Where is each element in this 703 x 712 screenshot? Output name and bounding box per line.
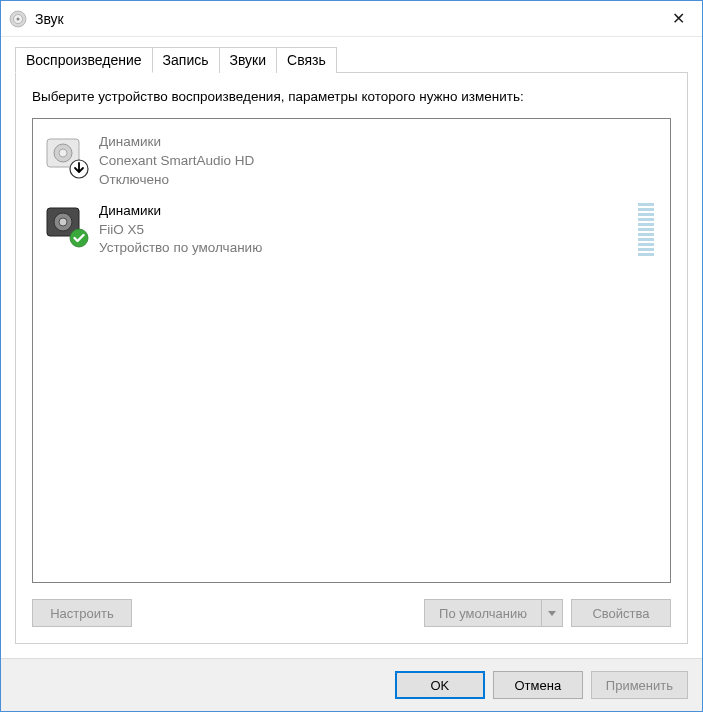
tab-sounds[interactable]: Звуки xyxy=(219,47,278,73)
close-icon: ✕ xyxy=(672,9,685,28)
device-list[interactable]: Динамики Conexant SmartAudio HD Отключен… xyxy=(32,118,671,583)
device-info: Динамики FiiO X5 Устройство по умолчанию xyxy=(99,202,630,259)
device-icon-wrap xyxy=(43,133,87,177)
properties-button[interactable]: Свойства xyxy=(571,599,671,627)
set-default-button[interactable]: По умолчанию xyxy=(424,599,541,627)
tab-playback[interactable]: Воспроизведение xyxy=(15,47,153,73)
content-area: Воспроизведение Запись Звуки Связь Выбер… xyxy=(1,37,702,658)
dialog-button-row: OK Отмена Применить xyxy=(1,658,702,711)
cancel-button[interactable]: Отмена xyxy=(493,671,583,699)
device-icon-wrap xyxy=(43,202,87,246)
device-status: Отключено xyxy=(99,171,660,190)
svg-point-5 xyxy=(59,149,67,157)
device-name: Динамики xyxy=(99,202,630,221)
sound-app-icon xyxy=(9,10,27,28)
device-name: Динамики xyxy=(99,133,660,152)
ok-button[interactable]: OK xyxy=(395,671,485,699)
panel-button-row: Настроить По умолчанию Свойства xyxy=(32,599,671,627)
svg-point-9 xyxy=(59,218,67,226)
device-info: Динамики Conexant SmartAudio HD Отключен… xyxy=(99,133,660,190)
close-button[interactable]: ✕ xyxy=(656,4,700,34)
device-item[interactable]: Динамики FiiO X5 Устройство по умолчанию xyxy=(39,196,664,265)
device-driver: FiiO X5 xyxy=(99,221,630,240)
playback-panel: Выберите устройство воспроизведения, пар… xyxy=(15,72,688,644)
tab-communications[interactable]: Связь xyxy=(276,47,337,73)
configure-button[interactable]: Настроить xyxy=(32,599,132,627)
apply-button[interactable]: Применить xyxy=(591,671,688,699)
level-meter xyxy=(638,202,654,256)
instruction-text: Выберите устройство воспроизведения, пар… xyxy=(32,89,671,104)
set-default-dropdown[interactable] xyxy=(541,599,563,627)
disabled-badge-icon xyxy=(69,159,89,179)
sound-dialog: Звук ✕ Воспроизведение Запись Звуки Связ… xyxy=(0,0,703,712)
window-title: Звук xyxy=(35,11,656,27)
tab-strip: Воспроизведение Запись Звуки Связь xyxy=(15,47,688,73)
tab-recording[interactable]: Запись xyxy=(152,47,220,73)
set-default-split-button[interactable]: По умолчанию xyxy=(424,599,563,627)
chevron-down-icon xyxy=(548,611,556,616)
device-driver: Conexant SmartAudio HD xyxy=(99,152,660,171)
default-check-icon xyxy=(69,228,89,248)
device-status: Устройство по умолчанию xyxy=(99,239,630,258)
device-item[interactable]: Динамики Conexant SmartAudio HD Отключен… xyxy=(39,127,664,196)
svg-point-2 xyxy=(17,17,20,20)
titlebar: Звук ✕ xyxy=(1,1,702,37)
